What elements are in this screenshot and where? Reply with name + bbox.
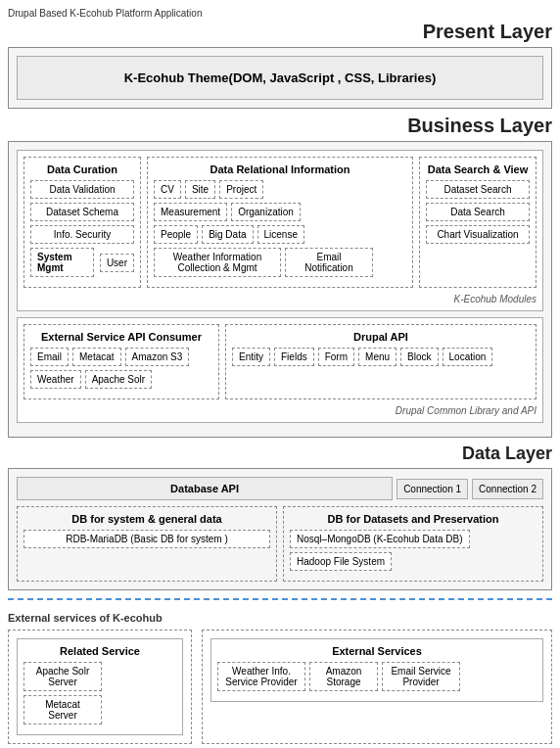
es-weather: Weather [30, 370, 81, 389]
external-service-title: External Service API Consumer [30, 331, 212, 343]
related-service-outer: Related Service Apache Solr Server Metac… [8, 630, 192, 744]
db-system-title: DB for system & general data [23, 513, 270, 525]
db-datasets-item2: Hadoop File System [290, 552, 392, 571]
sys-mgmt-user: User [100, 254, 134, 272]
modules-top-row: Data Curation Data Validation Dataset Sc… [23, 157, 537, 288]
dr-license: License [257, 225, 304, 244]
data-layer: Database API Connection 1 Connection 2 D… [8, 468, 552, 590]
external-services-items: Weather Info. Service Provider Amazon St… [217, 662, 537, 691]
dashed-divider [8, 598, 552, 600]
dc-item-0: Data Validation [30, 180, 134, 199]
es-amazon: Amazon S3 [125, 348, 190, 366]
db-system-item: RDB-MariaDB (Basic DB for system ) [23, 530, 270, 548]
ds-item-2: Chart Visualization [426, 225, 530, 244]
external-service-box: External Service API Consumer Email Meta… [23, 324, 219, 399]
db-split-row: DB for system & general data RDB-MariaDB… [17, 506, 543, 582]
business-layer: Data Curation Data Validation Dataset Sc… [8, 141, 552, 438]
api-row: External Service API Consumer Email Meta… [23, 324, 537, 399]
data-layer-label: Data Layer [8, 444, 552, 464]
es-row2: Weather Apache Solr [30, 370, 212, 389]
dr-site: Site [185, 180, 215, 199]
dr-cv: CV [154, 180, 181, 199]
external-section-label: External services of K-ecohub [8, 612, 552, 624]
api-section: External Service API Consumer Email Meta… [17, 317, 543, 423]
related-service-items: Apache Solr Server Metacat Server [23, 662, 176, 725]
dr-row4: Weather Information Collection & Mgmt Em… [154, 248, 406, 277]
dr-project: Project [219, 180, 263, 199]
es-amazon-storage: Amazon Storage [309, 662, 378, 691]
sys-mgmt-row: System Mgmt User [30, 248, 134, 277]
ds-item-0: Dataset Search [426, 180, 530, 199]
data-curation-box: Data Curation Data Validation Dataset Sc… [23, 157, 141, 288]
da-block: Block [400, 348, 438, 366]
external-services-inner: External Services Weather Info. Service … [210, 638, 543, 702]
db-system-box: DB for system & general data RDB-MariaDB… [17, 506, 277, 582]
data-relational-title: Data Relational Information [154, 164, 406, 175]
k-ecohub-modules-label: K-Ecohub Modules [23, 294, 537, 304]
es-weather-provider: Weather Info. Service Provider [217, 662, 305, 691]
db-api-label: Database API [17, 477, 393, 500]
db-datasets-item1: Nosql–MongoDB (K-Ecohub Data DB) [290, 530, 470, 548]
db-datasets-box: DB for Datasets and Preservation Nosql–M… [283, 506, 543, 582]
dr-email-notif: Email Notification [285, 248, 373, 277]
da-entity: Entity [232, 348, 270, 366]
present-layer-label: Present Layer [8, 21, 552, 43]
drupal-api-title: Drupal API [232, 331, 530, 343]
dr-row1: CV Site Project [154, 180, 406, 199]
rs-item1: Apache Solr Server [23, 662, 102, 691]
ds-item-1: Data Search [426, 203, 530, 221]
rs-item2: Metacat Server [23, 695, 102, 725]
related-service-inner: Related Service Apache Solr Server Metac… [17, 638, 183, 735]
data-curation-title: Data Curation [30, 164, 134, 175]
dc-item-2: Info. Security [30, 225, 134, 244]
drupal-api-box: Drupal API Entity Fields Form Menu Block… [225, 324, 537, 399]
top-label: Drupal Based K-Ecohub Platform Applicati… [8, 8, 552, 19]
dr-row3: People Big Data License [154, 225, 406, 244]
data-search-title: Data Search & View [426, 164, 530, 175]
theme-box: K-Ecohub Theme(DOM, JavaScript , CSS, Li… [17, 56, 543, 100]
dr-weather: Weather Information Collection & Mgmt [154, 248, 281, 277]
sys-mgmt-label: System Mgmt [30, 248, 94, 277]
da-location: Location [443, 348, 493, 366]
dr-row2: Measurement Organization [154, 203, 406, 221]
related-service-title: Related Service [23, 645, 176, 657]
connection2-box: Connection 2 [472, 479, 543, 499]
da-form: Form [318, 348, 354, 366]
da-menu: Menu [358, 348, 397, 366]
connection1-box: Connection 1 [397, 479, 468, 499]
ext-services-row: Related Service Apache Solr Server Metac… [8, 630, 552, 744]
es-metacat: Metacat [72, 348, 121, 366]
dc-item-1: Dataset Schema [30, 203, 134, 221]
dr-measurement: Measurement [154, 203, 227, 221]
business-modules: Data Curation Data Validation Dataset Sc… [17, 150, 543, 311]
da-fields: Fields [274, 348, 314, 366]
drupal-common-label: Drupal Common Library and API [23, 405, 537, 416]
present-layer: K-Ecohub Theme(DOM, JavaScript , CSS, Li… [8, 47, 552, 109]
dr-people: People [154, 225, 198, 244]
es-email-provider: Email Service Provider [382, 662, 460, 691]
data-relational-box: Data Relational Information CV Site Proj… [147, 157, 413, 288]
external-services-section: External services of K-ecohub Related Se… [8, 608, 552, 748]
business-layer-label: Business Layer [8, 115, 552, 137]
dr-organization: Organization [231, 203, 301, 221]
page-wrapper: Drupal Based K-Ecohub Platform Applicati… [8, 8, 552, 748]
db-api-row: Database API Connection 1 Connection 2 [17, 477, 543, 500]
dr-bigdata: Big Data [202, 225, 253, 244]
external-services-title: External Services [217, 645, 537, 657]
drupal-api-items: Entity Fields Form Menu Block Location [232, 348, 530, 366]
es-email: Email [30, 348, 69, 366]
data-search-box: Data Search & View Dataset Search Data S… [419, 157, 537, 288]
external-services-outer: External Services Weather Info. Service … [202, 630, 552, 744]
es-row1: Email Metacat Amazon S3 [30, 348, 212, 366]
es-apache: Apache Solr [85, 370, 152, 389]
db-datasets-title: DB for Datasets and Preservation [290, 513, 537, 525]
db-datasets-items: Nosql–MongoDB (K-Ecohub Data DB) Hadoop … [290, 530, 537, 571]
